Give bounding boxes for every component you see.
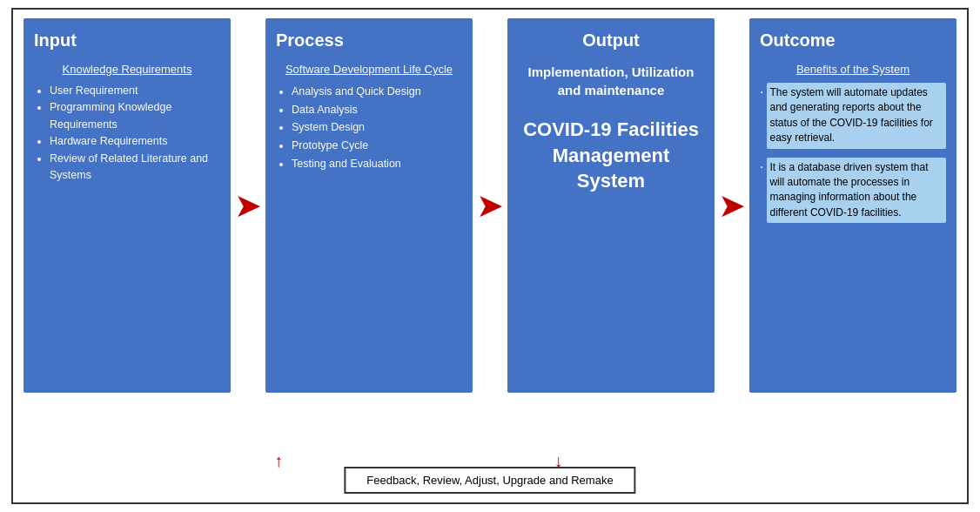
- arrow3-icon: ➤: [718, 189, 746, 222]
- output-title: Output: [582, 30, 640, 51]
- list-item: Testing and Evaluation: [292, 155, 421, 173]
- list-item: Prototype Cycle: [292, 137, 421, 155]
- outcome-box: Outcome Benefits of the System · The sys…: [749, 18, 957, 393]
- output-box: Output Implementation, Utilization and m…: [507, 18, 715, 393]
- feedback-box: Feedback, Review, Adjust, Upgrade and Re…: [344, 467, 635, 494]
- dot1-icon: ·: [760, 84, 763, 100]
- outcome-benefit1-row: · The system will automate updates and g…: [760, 83, 946, 149]
- arrow2-container: ➤: [473, 18, 507, 393]
- output-subtitle: Implementation, Utilization and maintena…: [518, 63, 704, 99]
- list-item: Hardware Requirements: [50, 133, 220, 150]
- diagram-container: Input Knowledge Requirements User Requir…: [11, 8, 969, 504]
- outcome-underline-label: Benefits of the System: [760, 63, 946, 76]
- list-item: Programming Knowledge Requirements: [50, 99, 220, 133]
- feedback-row: ↑ ↓ Feedback, Review, Adjust, Upgrade an…: [23, 450, 957, 495]
- process-title: Process: [276, 30, 344, 51]
- outcome-benefit1: The system will automate updates and gen…: [767, 83, 946, 149]
- output-main-label: COVID-19 Facilities Management System: [518, 117, 704, 194]
- arrow3-container: ➤: [715, 18, 749, 393]
- input-underline-label: Knowledge Requirements: [34, 63, 220, 76]
- process-underline-label: Software Development Life Cycle: [276, 63, 462, 76]
- main-row: Input Knowledge Requirements User Requir…: [23, 18, 957, 445]
- process-box: Process Software Development Life Cycle …: [265, 18, 473, 393]
- arrow2-icon: ➤: [476, 189, 504, 222]
- list-item: System Design: [292, 118, 421, 137]
- arrow1-icon: ➤: [234, 189, 262, 222]
- input-list: User Requirement Programming Knowledge R…: [34, 83, 220, 184]
- outcome-benefit2-row: · It is a database driven system that wi…: [760, 158, 946, 224]
- arrow1-container: ➤: [231, 18, 265, 393]
- list-item: User Requirement: [50, 83, 220, 99]
- outcome-title: Outcome: [760, 30, 836, 51]
- process-list: Analysis and Quick Design Data Analysis …: [276, 83, 421, 172]
- dot2-icon: ·: [760, 159, 763, 175]
- list-item: Review of Related Literature and Systems: [50, 151, 220, 185]
- outcome-benefit2: It is a database driven system that will…: [767, 158, 946, 224]
- input-title: Input: [34, 30, 77, 51]
- feedback-arrow-up-icon: ↑: [274, 451, 283, 471]
- list-item: Data Analysis: [292, 101, 421, 119]
- input-box: Input Knowledge Requirements User Requir…: [23, 18, 231, 393]
- list-item: Analysis and Quick Design: [292, 83, 421, 101]
